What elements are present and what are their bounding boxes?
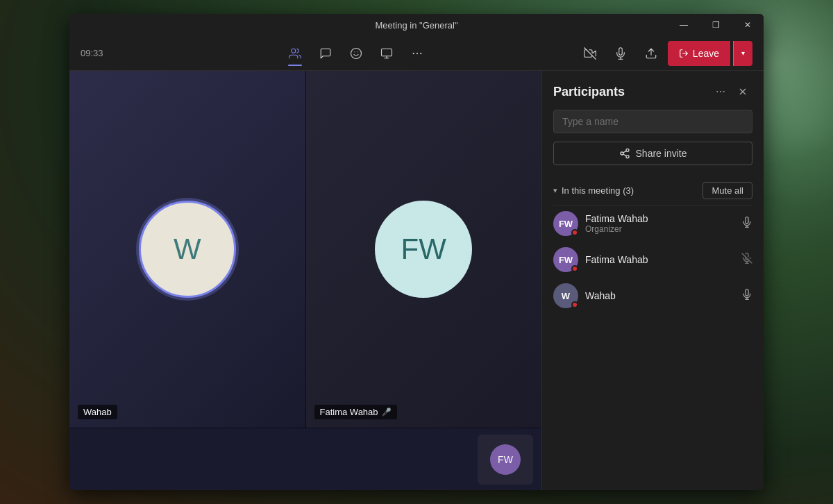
participant-info-3: Wahab (585, 290, 734, 301)
search-container (542, 110, 764, 142)
svg-point-1 (351, 48, 361, 58)
share-up-icon (645, 47, 657, 60)
panel-title: Participants (553, 85, 625, 99)
in-meeting-label: ▾ In this meeting (3) (553, 185, 634, 196)
svg-point-20 (626, 149, 629, 151)
participant-mic-2 (741, 253, 752, 267)
participant-mic-3 (741, 289, 752, 303)
close-button[interactable]: ✕ (732, 14, 764, 36)
video-tile-fatima: FW Fatima Wahab 🎤 (306, 71, 542, 428)
participants-panel: Participants (541, 71, 764, 490)
participant-avatar-2: FW (553, 247, 578, 272)
leave-button[interactable]: Leave (668, 41, 730, 66)
leave-dropdown-btn[interactable]: ▾ (733, 41, 752, 66)
name-label-wahab: Wahab (78, 405, 117, 419)
participant-mic-1 (741, 217, 752, 230)
reactions-icon (350, 47, 362, 60)
participant-info-2: Fatima Wahab (585, 254, 734, 265)
participant-avatar-3: W (553, 283, 578, 308)
participants-icon (289, 47, 301, 60)
share-invite-button[interactable]: Share invite (553, 142, 752, 165)
thumbnail-strip: FW (69, 428, 541, 490)
mic-on-icon (741, 217, 752, 228)
share-screen-icon (380, 47, 393, 60)
search-input[interactable] (553, 110, 752, 133)
share-icon (619, 148, 630, 159)
svg-point-15 (716, 91, 718, 92)
reactions-icon-btn[interactable] (342, 40, 370, 67)
participants-icon-btn[interactable] (281, 40, 309, 67)
svg-point-22 (626, 156, 629, 158)
camera-toggle-btn[interactable] (576, 40, 604, 67)
svg-point-0 (292, 49, 296, 53)
status-dot-2 (571, 265, 578, 272)
mic-on-icon-3 (741, 289, 752, 300)
svg-point-17 (723, 91, 725, 92)
svg-point-8 (416, 52, 418, 53)
panel-header: Participants (542, 71, 764, 110)
maximize-button[interactable]: ❒ (700, 14, 732, 36)
name-label-fatima: Fatima Wahab 🎤 (314, 405, 397, 419)
participant-info-1: Fatima Wahab Organizer (585, 213, 734, 234)
share-screen-icon-btn[interactable] (373, 40, 401, 67)
svg-point-21 (621, 152, 623, 155)
chat-icon-btn[interactable] (312, 40, 339, 67)
raise-hand-btn[interactable] (637, 40, 665, 67)
collapse-icon: ▾ (553, 186, 557, 195)
leave-icon (679, 49, 689, 58)
svg-rect-4 (381, 49, 392, 56)
status-dot-1 (571, 229, 578, 236)
svg-point-9 (420, 52, 421, 53)
teams-window: Meeting in "General" — ❒ ✕ 09:33 (69, 14, 764, 490)
participant-avatar-1: FW (553, 211, 578, 236)
chat-icon (319, 47, 332, 60)
toolbar-right: Leave ▾ (576, 40, 752, 67)
participant-item[interactable]: FW Fatima Wahab Organizer (542, 205, 764, 242)
participant-list: FW Fatima Wahab Organizer (542, 205, 764, 490)
titlebar: Meeting in "General" — ❒ ✕ (69, 14, 764, 36)
more-icon (411, 47, 423, 60)
toolbar: 09:33 (69, 36, 764, 71)
participant-item[interactable]: W Wahab (542, 278, 764, 314)
mute-all-button[interactable]: Mute all (702, 182, 752, 199)
avatar-w: W (139, 201, 236, 298)
svg-line-24 (623, 151, 626, 153)
meeting-time: 09:33 (81, 48, 136, 58)
window-controls: — ❒ ✕ (668, 14, 764, 36)
toolbar-center (136, 40, 576, 67)
svg-point-7 (413, 52, 414, 53)
video-area: W Wahab FW Fatima Wahab 🎤 FW (69, 71, 541, 490)
content-area: W Wahab FW Fatima Wahab 🎤 FW (69, 71, 764, 490)
video-grid: W Wahab FW Fatima Wahab 🎤 (69, 71, 541, 428)
mic-toggle-btn[interactable] (607, 40, 634, 67)
svg-point-16 (720, 91, 721, 92)
thumb-avatar-fw: FW (490, 444, 521, 475)
video-tile-wahab: W Wahab (69, 71, 306, 428)
avatar-fw: FW (375, 201, 472, 298)
more-options-icon (715, 86, 726, 97)
in-meeting-header: ▾ In this meeting (3) Mute all (542, 176, 764, 205)
panel-close-btn[interactable] (733, 82, 752, 101)
mic-off-icon (741, 253, 752, 264)
more-icon-btn[interactable] (403, 40, 431, 67)
camera-icon (584, 47, 596, 60)
window-title: Meeting in "General" (375, 20, 457, 31)
minimize-button[interactable]: — (668, 14, 700, 36)
svg-line-23 (623, 154, 626, 156)
panel-more-btn[interactable] (711, 82, 730, 101)
thumb-tile-fw[interactable]: FW (478, 435, 533, 485)
panel-actions (711, 82, 752, 101)
mic-muted-icon: 🎤 (382, 408, 392, 417)
status-dot-3 (571, 301, 578, 308)
participant-item[interactable]: FW Fatima Wahab (542, 242, 764, 278)
close-icon (737, 86, 748, 97)
mic-icon (614, 47, 627, 60)
